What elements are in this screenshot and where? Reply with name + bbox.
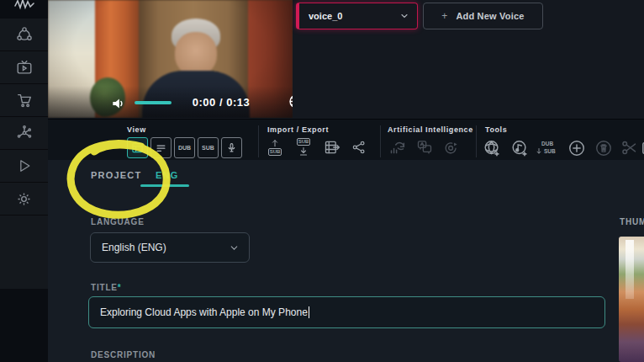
dubbing-studio-app: 0:00 / 0:13 voice_0 + Add New Voice View (0, 0, 644, 362)
tv-play-icon (15, 58, 34, 77)
add-circle-icon[interactable] (566, 137, 588, 158)
thumbnail-image (619, 237, 644, 362)
chevron-down-icon (229, 242, 249, 253)
translate-icon[interactable] (414, 137, 435, 157)
volume-icon[interactable] (110, 95, 127, 112)
voice-select[interactable]: voice_0 (296, 3, 418, 29)
microphone-view-icon[interactable] (221, 137, 242, 158)
toolbar: View DUB SUB Import / Export SUB (48, 119, 644, 161)
dub-to-sub-icon[interactable]: DUB SUB (536, 137, 561, 158)
settings-gear-icon (15, 190, 33, 208)
clip-icon[interactable] (640, 137, 644, 158)
video-export-icon[interactable] (322, 137, 342, 157)
sub-download-label: SUB (297, 138, 311, 146)
add-new-voice-button[interactable]: + Add New Voice (423, 3, 543, 29)
language-select[interactable]: English (ENG) (90, 232, 250, 263)
sidebar-item-settings[interactable] (0, 183, 48, 216)
sidebar-items (0, 19, 48, 289)
ai-section-label: Artificial Intelligence (388, 125, 473, 134)
text-caret (309, 306, 309, 318)
sidebar-item-store[interactable] (0, 84, 48, 117)
sidebar-item-integrations[interactable] (0, 117, 48, 150)
add-language-globe-icon[interactable] (481, 137, 503, 158)
globe-icon[interactable] (288, 93, 293, 110)
sidebar (0, 0, 48, 362)
sub-upload-label: SUB (268, 148, 282, 156)
waveform-logo-icon (14, 0, 34, 11)
share-network-icon (15, 25, 34, 44)
active-tab-underline (140, 184, 189, 187)
scissors-icon[interactable] (618, 137, 640, 158)
volume-slider[interactable] (135, 101, 172, 104)
layout-view-icon[interactable] (127, 137, 148, 158)
add-new-voice-label: Add New Voice (456, 11, 524, 21)
dub-to-sub-sub-label: SUB (544, 148, 556, 154)
tab-project[interactable]: PROJECT (91, 170, 141, 180)
video-player[interactable]: 0:00 / 0:13 (48, 0, 293, 118)
import-export-section-label: Import / Export (267, 125, 329, 134)
subtitles-upload-icon[interactable]: SUB (265, 137, 285, 157)
sidebar-item-playback[interactable] (0, 150, 48, 183)
subtitles-download-icon[interactable]: SUB (293, 137, 314, 157)
playback-time: 0:00 / 0:13 (174, 96, 268, 109)
view-section-label: View (127, 125, 146, 134)
trash-icon[interactable] (593, 137, 615, 158)
title-label: TITLE* (91, 283, 121, 292)
content-panel: PROJECT ENG LANGUAGE English (ENG) TITLE… (48, 160, 644, 362)
dub-view-label: DUB (178, 145, 191, 151)
share-icon[interactable] (349, 137, 369, 157)
plus-icon: + (441, 10, 447, 22)
network-nodes-icon (15, 124, 34, 142)
sidebar-item-voices[interactable] (0, 19, 48, 51)
play-outline-icon (16, 157, 33, 174)
thumbnail-label: THUMBNAIL (620, 217, 644, 226)
shopping-cart-icon (15, 91, 34, 109)
sub-view-label: SUB (202, 145, 214, 151)
tab-language-eng[interactable]: ENG (156, 170, 178, 180)
title-label-text: TITLE (91, 283, 118, 292)
language-label: LANGUAGE (91, 217, 145, 226)
required-asterisk: * (118, 283, 122, 292)
title-value: Exploring Cloud Apps with Apple on My Ph… (89, 306, 308, 318)
description-label: DESCRIPTION (91, 350, 156, 359)
tools-section-label: Tools (485, 125, 507, 134)
selected-voice-label: voice_0 (299, 11, 399, 21)
dub-view-icon[interactable]: DUB (174, 137, 195, 158)
sidebar-item-media[interactable] (0, 51, 48, 84)
sub-view-icon[interactable]: SUB (198, 137, 219, 158)
language-value: English (ENG) (91, 242, 229, 253)
speech-play-icon[interactable] (440, 137, 462, 157)
voice-regenerate-icon[interactable] (386, 137, 408, 157)
chevron-down-icon (399, 11, 417, 21)
dub-to-sub-dub-label: DUB (536, 141, 553, 146)
title-input[interactable]: Exploring Cloud Apps with Apple on My Ph… (88, 296, 605, 328)
list-view-icon[interactable] (150, 137, 172, 158)
add-audio-note-icon[interactable] (509, 137, 531, 158)
